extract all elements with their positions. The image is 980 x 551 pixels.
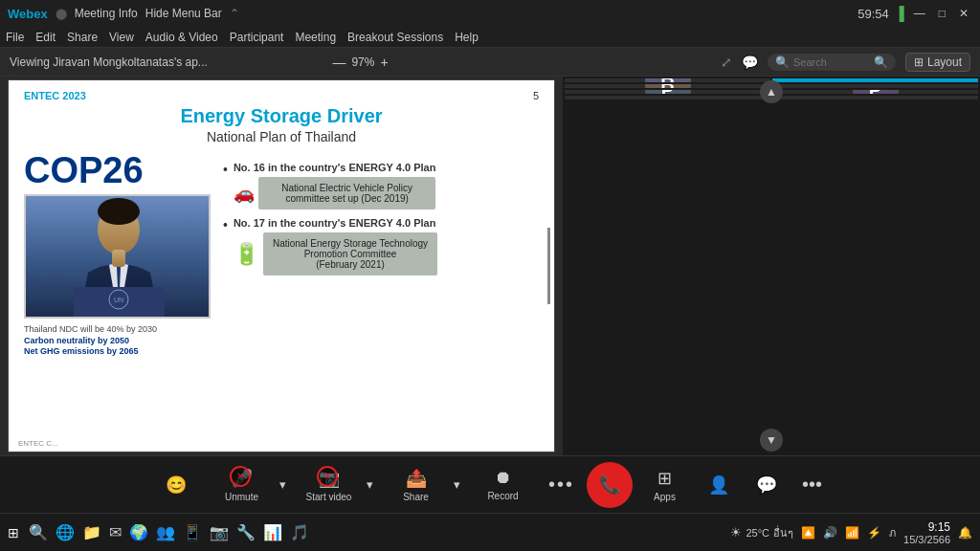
taskbar-app5-icon[interactable]: 🎵: [290, 523, 309, 541]
person-image: UN: [24, 194, 211, 319]
weather-label: อื่นๆ: [773, 524, 793, 541]
cop26-title: COP26: [24, 152, 215, 188]
pimpa-avatar: P: [645, 90, 691, 94]
participant-tile-phairoj: P Phairoj parkwichian: [772, 90, 978, 94]
svg-rect-3: [112, 250, 125, 267]
unmute-button[interactable]: 🎤 ✕ Unmute: [209, 464, 276, 506]
taskbar-folder-icon[interactable]: 📁: [82, 523, 101, 541]
view-title: Viewing Jiravan Mongkoltanatas's ap...: [10, 55, 323, 69]
more-options-button[interactable]: •••: [543, 462, 581, 508]
taskbar-app2-icon[interactable]: 📷: [210, 523, 229, 541]
slide-body: COP26: [24, 152, 539, 358]
fit-icon[interactable]: ⤢: [721, 55, 732, 70]
chat-button[interactable]: 💬: [746, 462, 788, 508]
slide-content: ENTEC 2023 5 Energy Storage Driver Natio…: [9, 80, 554, 452]
chat-icon[interactable]: 💬: [742, 55, 758, 70]
overflow-icon: •••: [802, 474, 822, 496]
main-area: ENTEC 2023 5 Energy Storage Driver Natio…: [0, 77, 980, 455]
participant-tile-office1: [565, 96, 770, 99]
search-icon: 🔍: [775, 55, 790, 69]
taskbar-teams-icon[interactable]: 👥: [156, 523, 175, 541]
taskbar-app3-icon[interactable]: 🔧: [236, 523, 256, 541]
overflow-button[interactable]: •••: [793, 462, 832, 508]
bullet-1: • No. 16 in the country's ENERGY 4.0 Pla…: [223, 162, 539, 209]
close-button[interactable]: ✕: [955, 7, 972, 20]
zoom-out-btn[interactable]: —: [332, 55, 345, 70]
taskbar-search-icon[interactable]: 🔍: [29, 523, 48, 541]
end-call-icon: 📞: [599, 474, 620, 496]
scroll-up-button[interactable]: ▲: [760, 80, 783, 103]
restore-button[interactable]: □: [935, 7, 949, 20]
taskbar-clock[interactable]: 9:15 15/3/2566: [903, 520, 950, 545]
search-input[interactable]: [793, 56, 870, 68]
ev-icon: 🚗: [234, 183, 255, 204]
menu-view[interactable]: View: [109, 31, 134, 44]
hide-menu-btn[interactable]: Hide Menu Bar: [145, 7, 222, 20]
tray-icon-2[interactable]: 🔊: [823, 526, 837, 540]
menu-audio-video[interactable]: Audio & Video: [145, 31, 218, 44]
participant-tile-greenhat: [772, 84, 978, 88]
tray-icon-4[interactable]: ⚡: [867, 526, 881, 540]
menu-share[interactable]: Share: [67, 31, 98, 44]
video-icon: 📷 ✕: [319, 468, 340, 489]
scroll-down-button[interactable]: ▼: [760, 429, 783, 452]
start-button[interactable]: ⊞: [8, 525, 19, 540]
taskbar-edge-icon[interactable]: 🌐: [56, 523, 75, 541]
record-icon: ⏺: [495, 468, 512, 488]
apps-icon: ⊞: [657, 468, 672, 489]
meeting-info-btn[interactable]: Meeting Info: [75, 7, 138, 20]
record-label: Record: [487, 491, 518, 501]
taskbar-chrome-icon[interactable]: 🌍: [129, 523, 148, 541]
reactions-button[interactable]: 😊: [149, 462, 203, 508]
menu-participant[interactable]: Participant: [230, 31, 284, 44]
notification-icon[interactable]: 🔔: [958, 526, 972, 540]
top-bar-left: Webex ⬤ Meeting Info Hide Menu Bar ⌃: [8, 7, 239, 21]
layout-label: Layout: [927, 55, 962, 69]
participant-tile-boonrak: B Boonrak Kanjanawarawa... Host, me: [565, 78, 770, 82]
phairoj-avatar: P: [853, 90, 899, 94]
tray-icon-3[interactable]: 📶: [845, 526, 859, 540]
start-video-arrow[interactable]: ▾: [363, 466, 377, 504]
menu-file[interactable]: File: [6, 31, 24, 44]
share-arrow[interactable]: ▾: [450, 466, 464, 504]
scroll-down-area: ▼: [760, 429, 783, 452]
apps-button[interactable]: ⊞ Apps: [638, 462, 692, 508]
taskbar-mail-icon[interactable]: ✉: [109, 523, 122, 541]
minimize-button[interactable]: —: [910, 7, 929, 20]
menu-edit[interactable]: Edit: [35, 31, 56, 44]
end-call-button[interactable]: 📞: [587, 462, 633, 508]
benjasiri-avatar: B: [645, 84, 691, 88]
start-video-button[interactable]: 📷 ✕ Start video: [296, 464, 363, 506]
unmute-arrow[interactable]: ▾: [276, 466, 290, 504]
chat-icon-tb: 💬: [756, 474, 777, 496]
participants-icon: 👤: [708, 474, 729, 496]
menu-meeting[interactable]: Meeting: [295, 31, 336, 44]
signal-icon: ▐: [895, 6, 904, 21]
participants-button[interactable]: 👤: [698, 462, 740, 508]
keyboard-lang[interactable]: ภ: [889, 524, 896, 541]
record-button[interactable]: ⏺ Record: [470, 464, 537, 505]
taskbar-app1-icon[interactable]: 📱: [183, 523, 202, 541]
zoom-in-btn[interactable]: +: [380, 55, 388, 70]
participant-tile-office2: [772, 96, 978, 99]
share-button[interactable]: 📤 Share: [383, 464, 450, 506]
menu-help[interactable]: Help: [455, 31, 479, 44]
box-1: National Electric Vehicle Policy committ…: [258, 177, 435, 209]
temperature-display: ☀ 25°C อื่นๆ: [730, 524, 793, 541]
slide-footer-text: Thailand NDC will be 40% by 2030 Carbon …: [24, 324, 215, 358]
clock-date: 15/3/2566: [903, 534, 950, 545]
bullet1-content: 🚗 National Electric Vehicle Policy commi…: [234, 177, 435, 209]
top-bar-right: 59:54 ▐ — □ ✕: [858, 6, 972, 21]
scroll-indicator: [547, 228, 550, 304]
zoom-percent: 97%: [351, 55, 374, 69]
zoom-controls: — 97% +: [332, 55, 388, 70]
tray-icon-1[interactable]: 🔼: [801, 526, 815, 540]
taskbar-app4-icon[interactable]: 📊: [263, 523, 282, 541]
layout-button[interactable]: ⊞ Layout: [905, 53, 970, 72]
unmute-label: Unmute: [225, 492, 258, 502]
layout-icon: ⊞: [914, 55, 924, 69]
menu-breakout[interactable]: Breakout Sessions: [347, 31, 443, 44]
search-bar[interactable]: 🔍 🔍: [768, 54, 896, 71]
slide-header: ENTEC 2023 5: [24, 90, 539, 101]
meeting-timer: 59:54: [858, 7, 889, 21]
